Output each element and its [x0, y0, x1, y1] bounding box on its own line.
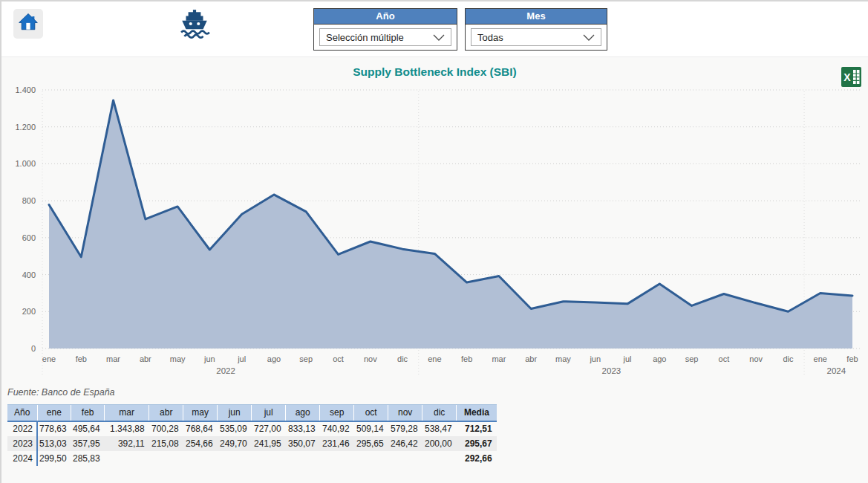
x-axis-month-label: abr [525, 354, 537, 363]
sbi-area-chart: 02004006008001.0001.2001.400enefebmarabr… [1, 82, 868, 380]
slicer-anio-value: Selección múltiple [326, 32, 404, 43]
table-cell: 495,64 [71, 421, 105, 436]
table-cell: 1.343,88 [105, 421, 149, 436]
slicer-mes-dropdown[interactable]: Todas [471, 28, 601, 46]
slicer-anio-dropdown[interactable]: Selección múltiple [319, 28, 451, 46]
table-cell: 254,66 [183, 436, 218, 451]
sbi-data-table: AñoenefebmarabrmayjunjulagosepoctnovdicM… [7, 404, 497, 466]
top-bar: Año Selección múltiple Mes Todas [1, 1, 868, 56]
x-axis-month-label: ene [42, 354, 56, 363]
table-year-cell: 2022 [7, 421, 37, 436]
table-cell: 357,95 [71, 436, 105, 451]
table-cell [183, 451, 218, 466]
table-cell: 535,09 [218, 421, 252, 436]
table-cell: 241,95 [252, 436, 286, 451]
table-header-cell: abr [149, 405, 183, 421]
table-cell: 231,46 [320, 436, 354, 451]
table-cell: 350,07 [286, 436, 320, 451]
x-axis-month-label: abr [140, 354, 151, 363]
table-cell: 513,03 [37, 436, 71, 451]
x-axis-month-label: ene [428, 354, 441, 363]
table-header-cell: jul [252, 405, 286, 421]
table-header-cell: dic [422, 405, 457, 421]
x-axis-month-label: nov [749, 354, 763, 363]
x-axis-year-label: 2024 [827, 366, 846, 375]
table-cell: 700,28 [149, 421, 183, 436]
x-axis-month-label: may [555, 354, 571, 363]
chart-header: Supply Bottleneck Index (SBI) X [1, 57, 868, 82]
table-row: 2023513,03357,95392,11215,08254,66249,70… [7, 436, 497, 451]
table-cell: 509,14 [354, 421, 388, 436]
table-cell: 299,50 [37, 451, 71, 466]
table-cell [218, 451, 252, 466]
x-axis-month-label: oct [333, 354, 344, 363]
table-header-row: AñoenefebmarabrmayjunjulagosepoctnovdicM… [7, 405, 497, 421]
table-cell [388, 451, 422, 466]
table-cell: 538,47 [422, 421, 457, 436]
table-cell: 833,13 [286, 421, 320, 436]
y-axis-tick-label: 1.400 [15, 85, 36, 94]
y-axis-tick-label: 1.000 [15, 159, 36, 168]
svg-text:X: X [843, 71, 851, 83]
y-axis-tick-label: 0 [31, 344, 36, 353]
home-button[interactable] [13, 9, 43, 39]
table-header-cell: jun [218, 405, 252, 421]
slicer-mes-value: Todas [477, 32, 503, 43]
table-cell: 249,70 [218, 436, 252, 451]
table-cell [422, 451, 457, 466]
table-cell: 246,42 [388, 436, 422, 451]
table-cell: 285,83 [71, 451, 105, 466]
table-cell: 200,00 [422, 436, 457, 451]
x-axis-month-label: ago [267, 354, 281, 363]
table-header-cell: nov [388, 405, 422, 421]
table-cell: 295,65 [354, 436, 388, 451]
y-axis-tick-label: 400 [22, 270, 36, 279]
x-axis-month-label: nov [364, 354, 377, 363]
table-cell [149, 451, 183, 466]
ship-icon [178, 7, 211, 43]
table-media-cell: 712,51 [457, 421, 497, 436]
y-axis-tick-label: 200 [22, 307, 36, 316]
report-panel: Supply Bottleneck Index (SBI) X 02004006… [1, 56, 868, 483]
y-axis-tick-label: 800 [22, 196, 36, 205]
table-cell: 579,28 [388, 421, 422, 436]
x-axis-month-label: sep [299, 354, 313, 363]
x-axis-month-label: mar [492, 354, 506, 363]
x-axis-month-label: feb [76, 354, 87, 363]
table-cell: 727,00 [252, 421, 286, 436]
x-axis-month-label: feb [846, 354, 858, 363]
home-icon [17, 11, 39, 36]
table-header-cell: may [183, 405, 218, 421]
table-row: 2022778,63495,641.343,88700,28768,64535,… [7, 421, 497, 436]
ship-button[interactable] [177, 7, 212, 43]
slicer-anio-title: Año [314, 9, 457, 25]
x-axis-month-label: may [170, 354, 186, 363]
table-cell: 778,63 [37, 421, 71, 436]
table-year-cell: 2023 [7, 436, 37, 451]
chart-title: Supply Bottleneck Index (SBI) [1, 57, 868, 79]
table-cell [105, 451, 149, 466]
x-axis-month-label: jul [237, 354, 246, 363]
source-note: Fuente: Banco de España [7, 387, 868, 398]
table-cell: 215,08 [149, 436, 183, 451]
slicer-anio: Año Selección múltiple [313, 8, 457, 51]
table-cell [252, 451, 286, 466]
table-year-cell: 2024 [7, 451, 37, 466]
x-axis-month-label: jul [623, 354, 632, 363]
table-row: 2024299,50285,83292,66 [7, 451, 497, 466]
x-axis-month-label: oct [719, 354, 730, 363]
table-header-cell: Media [457, 405, 497, 421]
slicer-mes: Mes Todas [465, 8, 607, 51]
chevron-down-icon [433, 32, 445, 43]
table-header-cell: oct [354, 405, 388, 421]
slicer-mes-title: Mes [466, 9, 607, 25]
chevron-down-icon [583, 32, 595, 43]
y-axis-tick-label: 1.200 [15, 123, 36, 132]
table-media-cell: 292,66 [457, 451, 497, 466]
table-media-cell: 295,67 [457, 436, 497, 451]
x-axis-month-label: sep [685, 354, 699, 363]
table-header-cell: ago [286, 405, 320, 421]
x-axis-month-label: jun [589, 354, 601, 363]
y-axis-tick-label: 600 [22, 233, 36, 242]
x-axis-month-label: dic [397, 354, 408, 363]
